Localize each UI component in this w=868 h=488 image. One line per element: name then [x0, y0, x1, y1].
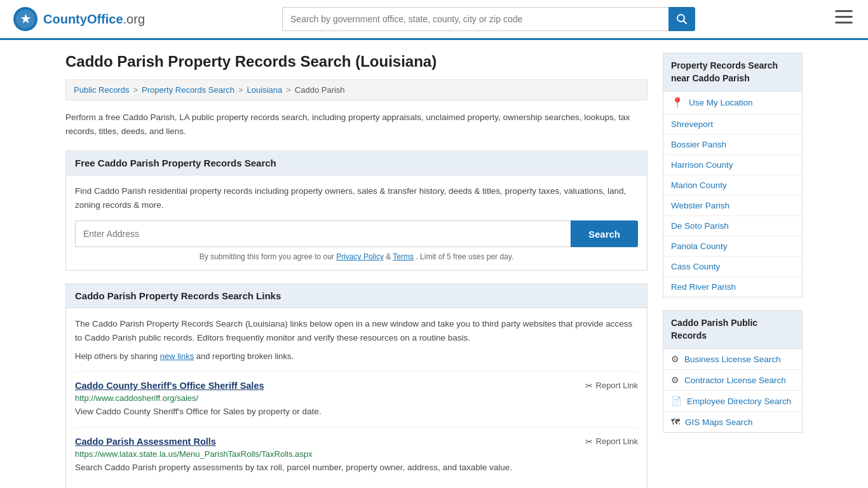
hamburger-icon — [835, 10, 853, 24]
sidebar-link-bossier-parish[interactable]: Bossier Parish — [671, 140, 726, 149]
report-link-btn-1[interactable]: ✂ Report Link — [585, 381, 638, 391]
link-item-2-desc: Search Caddo Parish property assessments… — [75, 461, 638, 474]
header: ★ CountyOffice.org — [0, 0, 868, 40]
address-input[interactable] — [75, 220, 571, 247]
free-search-section: Free Caddo Parish Property Records Searc… — [65, 151, 648, 271]
link-item-2-header: Caddo Parish Assessment Rolls ✂ Report L… — [75, 437, 638, 447]
sidebar-link-panola-county[interactable]: Panola County — [671, 241, 728, 251]
main-container: Caddo Parish Property Records Search (Lo… — [53, 40, 815, 488]
sidebar-link-harrison-county[interactable]: Harrison County — [671, 160, 733, 170]
sidebar-item-cass-county: Cass County — [663, 257, 802, 277]
map-icon-gis: 🗺 — [671, 417, 680, 427]
link-item-1-desc: View Caddo County Sheriff's Office for S… — [75, 405, 638, 418]
sidebar-link-cass-county[interactable]: Cass County — [671, 262, 720, 271]
sidebar-item-marion-county: Marion County — [663, 175, 802, 196]
free-search-header: Free Caddo Parish Property Records Searc… — [66, 151, 647, 175]
header-search-area — [282, 7, 695, 31]
page-description: Perform a free Caddo Parish, LA public p… — [65, 111, 648, 138]
help-text: Help others by sharing new links and rep… — [75, 351, 638, 361]
sidebar-link-red-river-parish[interactable]: Red River Parish — [671, 282, 736, 292]
link-item-2: Caddo Parish Assessment Rolls ✂ Report L… — [75, 427, 638, 483]
svg-rect-6 — [835, 16, 853, 18]
location-icon: 📍 — [671, 97, 684, 109]
sidebar-link-gis-maps[interactable]: GIS Maps Search — [685, 417, 753, 427]
link-item-2-title[interactable]: Caddo Parish Assessment Rolls — [75, 437, 216, 447]
hamburger-menu-button[interactable] — [832, 8, 855, 30]
search-button[interactable]: Search — [571, 220, 638, 247]
link-item-2-url: https://www.latax.state.la.us/Menu_Paris… — [75, 449, 638, 459]
gear-icon-contractor: ⚙ — [671, 375, 679, 385]
terms-link[interactable]: Terms — [393, 252, 414, 261]
logo-area: ★ CountyOffice.org — [13, 6, 145, 32]
new-links-link[interactable]: new links — [160, 351, 194, 361]
search-form: Search — [75, 220, 638, 247]
links-section: Caddo Parish Property Records Search Lin… — [65, 283, 648, 488]
logo-icon: ★ — [13, 6, 38, 32]
link-item-1-title[interactable]: Caddo County Sheriff's Office Sheriff Sa… — [75, 381, 264, 391]
form-disclaimer: By submitting this form you agree to our… — [75, 252, 638, 261]
sidebar-public-records-header: Caddo Parish Public Records — [663, 310, 803, 348]
breadcrumb-current: Caddo Parish — [295, 85, 345, 95]
sidebar-link-employee-directory[interactable]: Employee Directory Search — [687, 396, 791, 406]
sidebar-item-bossier-parish: Bossier Parish — [663, 135, 802, 155]
svg-line-4 — [684, 21, 687, 24]
link-item-1-header: Caddo County Sheriff's Office Sheriff Sa… — [75, 381, 638, 391]
links-section-header: Caddo Parish Property Records Search Lin… — [66, 284, 647, 308]
use-my-location-link[interactable]: Use My Location — [689, 98, 753, 107]
header-search-button[interactable] — [668, 7, 695, 31]
sidebar-public-records-section: Caddo Parish Public Records ⚙ Business L… — [663, 310, 803, 433]
sidebar-item-red-river-parish: Red River Parish — [663, 277, 802, 297]
sidebar: Property Records Search near Caddo Paris… — [663, 53, 803, 488]
link-item-1-url: http://www.caddosheriff.org/sales/ — [75, 393, 638, 403]
sidebar-item-panola-county: Panola County — [663, 236, 802, 257]
sidebar-link-marion-county[interactable]: Marion County — [671, 180, 727, 190]
page-title: Caddo Parish Property Records Search (Lo… — [65, 53, 648, 71]
breadcrumb-sep-2: > — [238, 85, 243, 95]
breadcrumb-sep-1: > — [133, 85, 138, 95]
sidebar-nearby-list: 📍 Use My Location Shreveport Bossier Par… — [663, 91, 803, 297]
sidebar-link-business-license[interactable]: Business License Search — [684, 355, 781, 364]
free-search-body: Find Caddo Parish residential property r… — [66, 175, 647, 270]
sidebar-link-de-soto-parish[interactable]: De Soto Parish — [671, 221, 729, 231]
breadcrumb-sep-3: > — [286, 85, 291, 95]
sidebar-item-gis-maps: 🗺 GIS Maps Search — [663, 412, 802, 432]
links-section-body: The Caddo Parish Property Records Search… — [66, 308, 647, 488]
doc-icon-employee: 📄 — [671, 396, 682, 406]
privacy-policy-link[interactable]: Privacy Policy — [336, 252, 384, 261]
link-item-1: Caddo County Sheriff's Office Sheriff Sa… — [75, 371, 638, 427]
sidebar-item-shreveport: Shreveport — [663, 114, 802, 135]
breadcrumb-public-records[interactable]: Public Records — [74, 85, 129, 95]
sidebar-use-my-location[interactable]: 📍 Use My Location — [663, 92, 802, 114]
sidebar-public-records-list: ⚙ Business License Search ⚙ Contractor L… — [663, 348, 803, 433]
sidebar-item-de-soto-parish: De Soto Parish — [663, 216, 802, 236]
sidebar-nearby-header: Property Records Search near Caddo Paris… — [663, 53, 803, 91]
sidebar-nearby-section: Property Records Search near Caddo Paris… — [663, 53, 803, 297]
sidebar-item-employee-directory: 📄 Employee Directory Search — [663, 391, 802, 412]
sidebar-item-harrison-county: Harrison County — [663, 155, 802, 175]
links-description: The Caddo Parish Property Records Search… — [75, 317, 638, 344]
gear-icon-business: ⚙ — [671, 354, 679, 364]
scissors-icon-1: ✂ — [585, 381, 593, 391]
free-search-description: Find Caddo Parish residential property r… — [75, 184, 638, 212]
svg-rect-5 — [835, 10, 853, 12]
scissors-icon-2: ✂ — [585, 437, 593, 447]
header-search-input[interactable] — [282, 7, 668, 31]
breadcrumb-property-records[interactable]: Property Records Search — [142, 85, 234, 95]
logo-text: CountyOffice.org — [43, 12, 145, 27]
sidebar-item-contractor-license: ⚙ Contractor License Search — [663, 370, 802, 391]
svg-text:★: ★ — [20, 13, 31, 25]
sidebar-link-shreveport[interactable]: Shreveport — [671, 119, 713, 129]
sidebar-link-webster-parish[interactable]: Webster Parish — [671, 201, 729, 210]
content-area: Caddo Parish Property Records Search (Lo… — [65, 53, 648, 488]
search-icon — [676, 13, 688, 25]
breadcrumb: Public Records > Property Records Search… — [65, 79, 648, 100]
breadcrumb-louisiana[interactable]: Louisiana — [247, 85, 283, 95]
sidebar-item-webster-parish: Webster Parish — [663, 196, 802, 216]
sidebar-item-business-license: ⚙ Business License Search — [663, 349, 802, 370]
sidebar-link-contractor-license[interactable]: Contractor License Search — [684, 376, 786, 385]
svg-rect-7 — [835, 22, 853, 24]
report-link-btn-2[interactable]: ✂ Report Link — [585, 437, 638, 447]
